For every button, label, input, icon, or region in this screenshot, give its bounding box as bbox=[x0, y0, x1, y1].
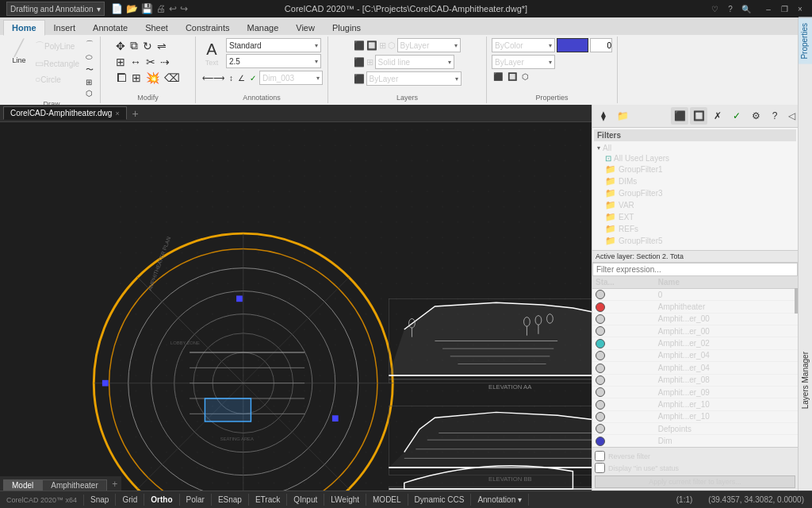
esnap-btn[interactable]: ESnap bbox=[212, 494, 249, 506]
extend-btn[interactable]: ⇢ bbox=[159, 55, 171, 69]
new-icon[interactable]: 📄 bbox=[111, 3, 123, 14]
layer-linetype-dropdown[interactable]: Solid line ▾ bbox=[375, 55, 454, 69]
erase-btn[interactable]: ⌫ bbox=[163, 71, 182, 85]
layer-help-btn[interactable]: ? bbox=[766, 107, 783, 125]
etrack-btn[interactable]: ETrack bbox=[249, 494, 287, 506]
save-icon[interactable]: 💾 bbox=[141, 3, 153, 14]
filter-used-layers[interactable]: ⊡ All Used Layers bbox=[596, 153, 795, 164]
reverse-filter-input[interactable] bbox=[595, 451, 605, 461]
prop-layer-dropdown[interactable]: ByLayer ▾ bbox=[492, 55, 555, 69]
layer-row[interactable]: Amphit...er_10 bbox=[592, 410, 798, 422]
layer-row[interactable]: Amphit...er_09 bbox=[592, 386, 798, 398]
filter-ext[interactable]: 📁 EXT bbox=[596, 211, 795, 223]
text-btn[interactable]: A Text bbox=[201, 39, 223, 68]
new-tab-btn[interactable]: + bbox=[128, 106, 143, 121]
filter-gf3[interactable]: 📁 GroupFilter3 bbox=[596, 187, 795, 199]
layer-settings-btn[interactable]: ⚙ bbox=[747, 107, 764, 125]
check-layer-btn[interactable]: ✓ bbox=[728, 107, 745, 125]
col-name[interactable]: Name bbox=[655, 276, 798, 289]
new-layer-btn[interactable]: ⬛ bbox=[671, 107, 688, 125]
delete-layer-btn[interactable]: ✗ bbox=[709, 107, 726, 125]
print-icon[interactable]: 🖨 bbox=[156, 3, 166, 14]
model-tab[interactable]: Model bbox=[3, 479, 42, 491]
search-icon[interactable]: 🔍 bbox=[741, 3, 752, 14]
dim-check-btn[interactable]: ✓ bbox=[248, 73, 258, 83]
polar-btn[interactable]: Polar bbox=[180, 494, 212, 506]
dim2-btn[interactable]: ↕ bbox=[228, 73, 235, 83]
copy-btn[interactable]: ⧉ bbox=[128, 38, 140, 53]
dim-btn[interactable]: ⟵⟶ bbox=[201, 73, 226, 83]
dim-style-dropdown[interactable]: Dim_003 ▾ bbox=[259, 71, 323, 85]
explode-btn[interactable]: 💥 bbox=[144, 71, 161, 85]
prop-icon2[interactable]: 🔲 bbox=[506, 71, 519, 82]
rectangle-btn[interactable]: ▭ Rectangle bbox=[33, 56, 82, 71]
draw-hatch-btn[interactable]: ⊞ bbox=[84, 77, 95, 87]
doc-tab-main[interactable]: CorelCAD-Amphitheater.dwg × bbox=[3, 106, 127, 120]
close-btn[interactable]: × bbox=[795, 3, 806, 14]
offset-btn[interactable]: ⧠ bbox=[114, 71, 128, 85]
tab-home[interactable]: Home bbox=[3, 20, 45, 36]
minimize-btn[interactable]: – bbox=[763, 3, 774, 14]
tab-constraints[interactable]: Constraints bbox=[177, 20, 239, 35]
annotation-style-dropdown[interactable]: Standard ▾ bbox=[226, 38, 321, 52]
layer-row[interactable]: Amphit...er_02 bbox=[592, 337, 798, 349]
new-layer2-btn[interactable]: 🔲 bbox=[690, 107, 707, 125]
model-btn[interactable]: MODEL bbox=[366, 494, 408, 506]
layer-row[interactable]: Amphitheater bbox=[592, 301, 798, 313]
prop-icon1[interactable]: ⬛ bbox=[492, 71, 504, 82]
col-status[interactable]: Sta... bbox=[592, 276, 655, 289]
restore-btn[interactable]: ❐ bbox=[779, 3, 790, 14]
by-color-dropdown[interactable]: ByColor ▾ bbox=[492, 38, 555, 52]
heart-icon[interactable]: ♡ bbox=[709, 3, 720, 14]
draw-spline-btn[interactable]: 〜 bbox=[84, 64, 95, 76]
filter-refs[interactable]: 📁 REFs bbox=[596, 223, 795, 235]
layer-row[interactable]: Defpoints bbox=[592, 422, 798, 434]
qinput-btn[interactable]: QInput bbox=[287, 494, 324, 506]
filter-dims[interactable]: 📁 DIMs bbox=[596, 175, 795, 187]
draw-ellipse-btn[interactable]: ⬭ bbox=[84, 52, 95, 63]
undo-icon[interactable]: ↩ bbox=[169, 3, 177, 14]
move-btn[interactable]: ✥ bbox=[114, 38, 127, 53]
open-icon[interactable]: 📂 bbox=[126, 3, 138, 14]
reverse-filter-checkbox[interactable]: Reverse filter bbox=[595, 450, 795, 462]
lweight-btn[interactable]: LWeight bbox=[324, 494, 366, 506]
layer-row[interactable]: Amphit...er_08 bbox=[592, 374, 798, 386]
stretch-btn[interactable]: ↔ bbox=[128, 55, 143, 69]
dim3-btn[interactable]: ∠ bbox=[236, 73, 247, 83]
redo-icon[interactable]: ↪ bbox=[180, 3, 188, 14]
polyline-btn[interactable]: ⌒ PolyLine bbox=[33, 38, 82, 55]
circle-btn[interactable]: ○ Circle bbox=[33, 72, 82, 87]
annotation-height-dropdown[interactable]: 2.5 ▾ bbox=[226, 54, 321, 68]
snap-btn[interactable]: Snap bbox=[84, 494, 116, 506]
amphitheater-tab[interactable]: Amphitheater bbox=[42, 479, 106, 491]
ortho-btn[interactable]: Ortho bbox=[144, 494, 179, 506]
tab-sheet[interactable]: Sheet bbox=[136, 20, 177, 35]
filter-gf5[interactable]: 📁 GroupFilter5 bbox=[596, 235, 795, 247]
grid-btn[interactable]: Grid bbox=[116, 494, 144, 506]
layer-row[interactable]: Amphit...er_00 bbox=[592, 313, 798, 325]
workspace-dropdown[interactable]: Drafting and Annotation ▾ bbox=[6, 2, 105, 16]
annotation-dropdown[interactable]: Annotation ▾ bbox=[471, 494, 529, 506]
layer-row[interactable]: Dim bbox=[592, 435, 798, 447]
rotate-btn[interactable]: ↻ bbox=[141, 38, 154, 53]
layers-side-tab[interactable]: Layers Manager bbox=[801, 352, 810, 409]
layer-row[interactable]: Amphit...er_10 bbox=[592, 398, 798, 410]
filter-expression-input[interactable] bbox=[592, 263, 798, 276]
display-in-use-input[interactable] bbox=[595, 463, 605, 473]
line-btn[interactable]: ╱ Line bbox=[8, 38, 30, 66]
help-icon[interactable]: ? bbox=[725, 3, 736, 14]
layer-row[interactable]: Amphit...er_04 bbox=[592, 349, 798, 361]
lineweight-input[interactable] bbox=[590, 38, 612, 52]
properties-side-tab[interactable]: Properties bbox=[799, 17, 812, 64]
tab-plugins[interactable]: Plugins bbox=[324, 20, 370, 35]
folder-btn[interactable]: 📁 bbox=[614, 107, 631, 125]
draw-arc-btn[interactable]: ⌒ bbox=[84, 38, 95, 51]
collapse-panel-btn[interactable]: ◁ bbox=[788, 110, 795, 121]
layer-row[interactable]: Amphit...er_00 bbox=[592, 325, 798, 337]
scale-btn[interactable]: ⊞ bbox=[114, 55, 127, 69]
tab-view[interactable]: View bbox=[287, 20, 324, 35]
layer-color-dropdown[interactable]: ByLayer ▾ bbox=[366, 71, 462, 86]
tab-manage[interactable]: Manage bbox=[239, 20, 288, 35]
tab-insert[interactable]: Insert bbox=[45, 20, 85, 35]
layer-row[interactable]: 0 bbox=[592, 289, 798, 301]
